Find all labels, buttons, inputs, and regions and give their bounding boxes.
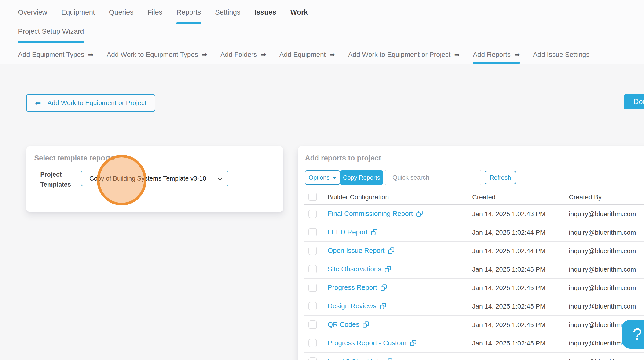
created-by-cell: inquiry@bluerithm.com — [569, 303, 636, 310]
right-arrow-icon: ➡ — [88, 51, 93, 58]
row-checkbox[interactable] — [308, 284, 317, 292]
table-row: Design Reviews Jan 14, 2025 1:02:45 PM i… — [304, 297, 644, 316]
created-cell: Jan 14, 2025 1:02:45 PM — [472, 340, 546, 347]
row-checkbox[interactable] — [308, 302, 317, 310]
row-checkbox[interactable] — [308, 247, 317, 255]
copy-icon — [380, 284, 387, 291]
report-link[interactable]: QR Codes — [328, 321, 370, 329]
active-tab-underline — [176, 22, 201, 24]
wizard-step[interactable]: Add Equipment Types ➡ — [18, 50, 94, 59]
wizard-step-label: Add Equipment Types — [18, 51, 84, 58]
nav-item-label: Equipment — [61, 8, 95, 16]
report-link[interactable]: Progress Report — [328, 284, 387, 292]
options-dropdown-button[interactable]: Options — [305, 170, 340, 185]
copy-icon — [386, 358, 393, 360]
nav-item-label: Settings — [215, 8, 240, 16]
report-link[interactable]: Level 2 Checklists — [328, 358, 393, 360]
panel-title: Add reports to project — [305, 154, 381, 162]
project-templates-select[interactable]: Copy of Building Systems Template v3-10 — [81, 171, 228, 186]
column-header-builder-configuration: Builder Configuration — [328, 193, 389, 201]
nav-item-overview[interactable]: Overview — [18, 7, 47, 17]
reports-table-body: Final Commissioning Report Jan 14, 2025 … — [298, 205, 644, 360]
copy-reports-button[interactable]: Copy Reports — [340, 170, 383, 185]
table-row: Progress Report Jan 14, 2025 1:02:45 PM … — [304, 279, 644, 297]
back-to-add-work-button[interactable]: ⬅ Add Work to Equipment or Project — [26, 94, 155, 112]
row-checkbox[interactable] — [308, 339, 317, 347]
wizard-steps: Add Equipment Types ➡ Add Work to Equipm… — [18, 50, 590, 59]
row-checkbox[interactable] — [308, 228, 317, 237]
report-link[interactable]: Site Observations — [328, 265, 392, 273]
wizard-step-label: Add Folders — [220, 51, 257, 58]
created-by-cell: inquiry@bluerithm.com — [569, 266, 636, 273]
created-by-cell: inquiry@bluerithm.com — [569, 247, 636, 255]
created-cell: Jan 14, 2025 1:02:45 PM — [472, 266, 546, 273]
report-link[interactable]: Final Commissioning Report — [328, 210, 423, 218]
wizard-step-label: Add Work to Equipment or Project — [348, 51, 450, 58]
row-checkbox[interactable] — [308, 210, 317, 218]
table-row: LEED Report Jan 14, 2025 1:02:44 PM inqu… — [304, 223, 644, 242]
right-arrow-icon: ➡ — [261, 51, 266, 58]
refresh-label: Refresh — [490, 174, 511, 181]
created-cell: Jan 14, 2025 1:02:45 PM — [472, 321, 546, 329]
left-arrow-icon: ⬅ — [35, 99, 41, 107]
report-link[interactable]: Design Reviews — [328, 302, 386, 310]
wizard-step[interactable]: Add Work to Equipment Types ➡ — [107, 50, 207, 59]
copy-icon — [379, 303, 386, 310]
table-header: Builder Configuration Created Created By — [298, 191, 644, 204]
nav-item-queries[interactable]: Queries — [109, 7, 134, 17]
wizard-step-label: Add Issue Settings — [533, 51, 590, 58]
nav-item-label: Files — [148, 8, 162, 16]
nav-item-files[interactable]: Files — [148, 7, 162, 17]
copy-icon — [416, 210, 423, 217]
help-button[interactable]: ? — [622, 320, 644, 349]
done-button[interactable]: Done — [624, 94, 644, 109]
wizard-step-label: Add Reports — [473, 51, 510, 58]
table-row: Progress Report - Custom Jan 14, 2025 1:… — [304, 334, 644, 353]
refresh-button[interactable]: Refresh — [485, 171, 516, 184]
copy-icon — [410, 340, 417, 347]
nav-item-label: Reports — [176, 8, 201, 16]
active-tab-underline — [18, 41, 84, 43]
nav-item-settings[interactable]: Settings — [215, 7, 240, 17]
nav-item-work[interactable]: Work — [290, 7, 308, 17]
table-row: QR Codes Jan 14, 2025 1:02:45 PM inquiry… — [304, 316, 644, 334]
select-all-checkbox[interactable] — [308, 193, 317, 201]
report-link[interactable]: Progress Report - Custom — [328, 339, 417, 347]
wizard-step[interactable]: Add Equipment ➡ — [280, 50, 335, 59]
created-by-cell: inquiry@bluerithm.com — [569, 210, 636, 218]
column-header-created: Created — [472, 193, 496, 201]
row-checkbox[interactable] — [308, 265, 317, 274]
created-cell: Jan 14, 2025 1:02:43 PM — [472, 210, 546, 218]
created-cell: Jan 14, 2025 1:02:44 PM — [472, 247, 546, 255]
wizard-step[interactable]: Add Work to Equipment or Project ➡ — [348, 50, 460, 59]
created-cell: Jan 14, 2025 1:02:45 PM — [472, 284, 546, 292]
wizard-step[interactable]: Add Folders ➡ — [220, 50, 266, 59]
nav-item-label: Issues — [254, 8, 276, 16]
copy-icon — [384, 266, 392, 273]
row-checkbox[interactable] — [308, 321, 317, 329]
wizard-step-label: Add Work to Equipment Types — [107, 51, 198, 58]
quick-search-input[interactable] — [385, 170, 481, 186]
caret-down-icon — [332, 177, 336, 179]
select-template-reports-card: Select template reports Project Template… — [26, 146, 284, 212]
copy-icon — [362, 321, 370, 328]
nav-item-reports[interactable]: Reports — [176, 7, 201, 17]
wizard-step[interactable]: Add Issue Settings — [533, 50, 590, 59]
row-checkbox[interactable] — [308, 358, 317, 360]
table-row: Open Issue Report Jan 14, 2025 1:02:44 P… — [304, 242, 644, 260]
nav-item-issues[interactable]: Issues — [254, 7, 276, 17]
report-link[interactable]: Open Issue Report — [328, 247, 395, 255]
column-header-created-by: Created By — [569, 193, 602, 201]
nav-item-label: Work — [290, 8, 308, 16]
created-by-cell: inquiry@bluerithm.com — [569, 284, 636, 292]
created-by-cell: inquiry@bluerithm.com — [569, 358, 636, 360]
right-arrow-icon: ➡ — [202, 51, 207, 58]
wizard-step[interactable]: Add Reports ➡ — [473, 50, 520, 59]
question-mark-icon: ? — [633, 325, 642, 344]
nav-item-equipment[interactable]: Equipment — [61, 7, 95, 17]
tab-project-setup-wizard[interactable]: Project Setup Wizard — [18, 27, 84, 35]
chevron-down-icon — [218, 176, 222, 181]
report-link[interactable]: LEED Report — [328, 228, 378, 236]
created-cell: Jan 14, 2025 1:02:46 PM — [472, 358, 546, 360]
main-nav: Overview Equipment Queries Files Reports… — [18, 7, 308, 17]
